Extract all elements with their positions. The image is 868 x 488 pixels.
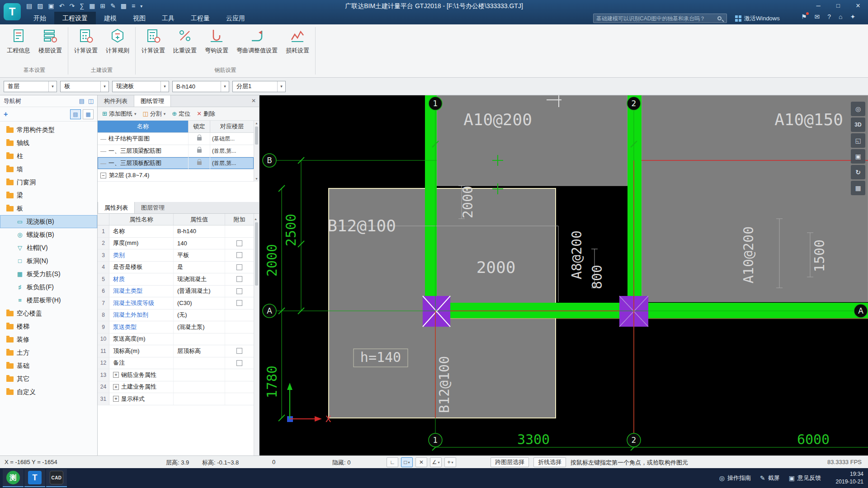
pin-panel-icon[interactable]: ◫ (88, 98, 94, 104)
3d-view-icon[interactable]: 3D (851, 117, 865, 132)
grid-view-icon[interactable]: ▦ (851, 181, 865, 195)
chevron-down-icon[interactable]: ▾ (160, 81, 169, 92)
calc-settings-rebar-button[interactable]: 计算设置 (137, 28, 169, 55)
tab-drawing-management[interactable]: 图纸管理 (134, 95, 171, 107)
checkbox[interactable] (236, 264, 242, 270)
chevron-down-icon[interactable]: ▾ (277, 81, 285, 92)
feedback-button[interactable]: ▣意见反馈 (789, 474, 821, 482)
cad-canvas[interactable]: A10@200 A10@150 B12@100 2000 2000 A8@200… (259, 95, 868, 455)
tab-quantities[interactable]: 工程量 (183, 12, 218, 24)
orbit-view-icon[interactable]: ◎ (851, 102, 865, 116)
undo-icon[interactable]: ↶ (59, 2, 65, 9)
search-input[interactable] (594, 15, 717, 22)
solid-view-icon[interactable]: ▣ (851, 149, 865, 164)
prop-row[interactable]: 12备注 (98, 357, 254, 370)
guide-button[interactable]: ◎操作指南 (719, 474, 751, 482)
prop-row[interactable]: 3类别平板 (98, 249, 254, 262)
search-icon[interactable] (717, 16, 722, 20)
prop-group-row[interactable]: 13+钢筋业务属性 (98, 369, 254, 381)
expand-all-icon[interactable]: + (4, 110, 8, 118)
layout-icon[interactable]: ⊞ (100, 2, 105, 9)
redo-icon[interactable]: ↷ (69, 2, 75, 9)
lock-icon[interactable] (197, 137, 202, 141)
ortho-tool-button[interactable]: ∟ (387, 457, 398, 467)
layer-select[interactable]: 分层1▾ (232, 81, 286, 92)
prop-row[interactable]: 4是否是楼板是 (98, 262, 254, 274)
table-row-selected[interactable]: —一、三层顶板配筋图 (首层,第... (98, 157, 254, 169)
expand-icon[interactable]: + (113, 396, 119, 402)
element-type-select[interactable]: 现浇板▾ (112, 81, 169, 92)
project-info-button[interactable]: 工程信息 (3, 28, 34, 55)
tree-item-slab-strip[interactable]: ≡楼层板带(H) (0, 294, 97, 307)
tree-item-spiral-slab[interactable]: ◎螺旋板(B) (0, 228, 97, 241)
open-file-icon[interactable]: ▨ (37, 2, 43, 9)
scroll-down-icon[interactable]: ▼ (254, 176, 259, 182)
taskbar-app-cad[interactable]: CAD (46, 469, 67, 487)
hatch-icon[interactable]: ▩ (121, 2, 127, 9)
tree-item-column-cap[interactable]: ▽柱帽(V) (0, 241, 97, 254)
tree-item-beam[interactable]: 梁 (0, 189, 97, 202)
scroll-thumb[interactable] (255, 127, 258, 145)
checkbox[interactable] (236, 252, 242, 258)
checkbox[interactable] (236, 360, 242, 366)
taskbar-app-ce[interactable]: 测 (3, 469, 24, 487)
message-icon[interactable]: ✉ (815, 13, 820, 20)
list-view-icon[interactable]: ▤ (79, 98, 84, 104)
slab-region[interactable] (437, 95, 627, 186)
wall-band[interactable] (425, 95, 437, 303)
tree-item-slab[interactable]: 板 (0, 202, 97, 215)
tab-property-list[interactable]: 属性列表 (98, 202, 135, 213)
table-row[interactable]: —柱子结构平面图 (基础层... (98, 133, 254, 145)
prop-row[interactable]: 5材质现浇混凝土 (98, 273, 254, 286)
taskbar-app-gtj[interactable]: T (24, 469, 45, 487)
checkbox[interactable] (236, 288, 242, 294)
tab-cloud[interactable]: 云应用 (218, 12, 253, 24)
scroll-thumb[interactable] (255, 222, 258, 286)
tab-component-list[interactable]: 构件列表 (98, 95, 134, 107)
sum-icon[interactable]: ∑ (80, 2, 84, 9)
scrollbar[interactable]: ▲ ▼ (254, 121, 259, 182)
checkbox[interactable] (236, 276, 242, 282)
menu-icon[interactable]: ≡ (132, 2, 135, 9)
calc-settings-build-button[interactable]: 计算设置 (70, 28, 102, 55)
tree-item-custom[interactable]: 自定义 (0, 385, 97, 399)
floor-settings-button[interactable]: 楼层设置 (34, 28, 66, 55)
tree-item-other[interactable]: 其它 (0, 372, 97, 385)
dropdown-caret-icon[interactable]: ▾ (140, 4, 142, 9)
help-icon[interactable]: ? (827, 13, 831, 20)
tab-view[interactable]: 视图 (125, 12, 154, 24)
prop-row[interactable]: 1名称B-h140 (98, 225, 254, 238)
close-icon[interactable]: ✕ (248, 95, 259, 107)
split-button[interactable]: ◫分割▾ (140, 108, 168, 119)
tab-modeling[interactable]: 建模 (96, 12, 125, 24)
header-lock[interactable]: 锁定 (188, 121, 210, 132)
tree-item-foundation[interactable]: 基础 (0, 359, 97, 372)
delete-button[interactable]: ✕删除 (194, 108, 218, 119)
tree-item-column[interactable]: 柱 (0, 150, 97, 163)
checkbox[interactable] (236, 240, 242, 246)
expand-icon[interactable]: + (113, 372, 119, 378)
cross-layer-select-button[interactable]: 跨图层选择 (491, 457, 529, 467)
tree-item-opening[interactable]: 门窗洞 (0, 176, 97, 189)
chevron-down-icon[interactable]: ▾ (100, 81, 108, 92)
tree-item-cast-slab[interactable]: ▭现浇板(B) (0, 215, 97, 228)
expand-icon[interactable]: + (113, 384, 119, 390)
prop-group-row[interactable]: 31+显示样式 (98, 393, 254, 405)
tree-item-slab-hole[interactable]: □板洞(N) (0, 254, 97, 267)
pen-icon[interactable]: ✎ (110, 2, 116, 9)
tab-tools[interactable]: 工具 (154, 12, 183, 24)
hook-settings-button[interactable]: 弯钩设置 (201, 28, 232, 55)
lock-icon[interactable] (197, 149, 202, 153)
prop-row[interactable]: 8混凝土外加剂(无) (98, 310, 254, 322)
scroll-up-icon[interactable]: ▲ (254, 121, 259, 126)
table-group-row[interactable]: − 第2层 (3.8~7.4) (98, 169, 254, 182)
star-icon[interactable]: ✦ (850, 13, 856, 20)
measure-icon[interactable]: ▦ (89, 2, 95, 9)
tree-item-negative-rebar[interactable]: ♯板负筋(F) (0, 281, 97, 294)
prop-group-row[interactable]: 24+土建业务属性 (98, 381, 254, 394)
angle-tool-button[interactable]: ∠▾ (430, 457, 442, 467)
locate-button[interactable]: ⊕定位 (169, 108, 193, 119)
tree-item-wall[interactable]: 墙 (0, 163, 97, 176)
scroll-up-icon[interactable]: ▲ (254, 217, 257, 221)
prop-row[interactable]: 11顶标高(m)层顶标高 (98, 345, 254, 357)
